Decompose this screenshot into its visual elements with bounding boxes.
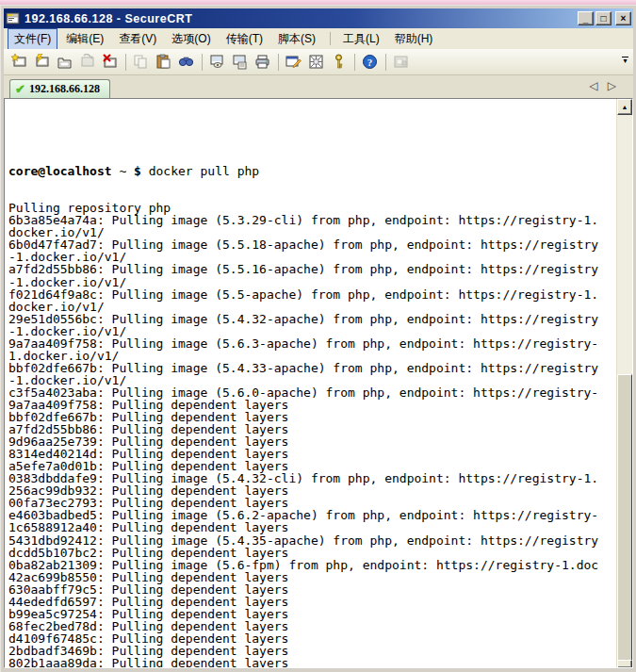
menu-separator bbox=[330, 32, 331, 45]
close-button[interactable]: × bbox=[615, 11, 631, 25]
terminal-line: -1.docker.io/v1/ bbox=[8, 325, 616, 337]
print-icon[interactable] bbox=[252, 51, 273, 73]
menu-options[interactable]: 选项(O) bbox=[165, 28, 217, 50]
minimize-button[interactable]: _ bbox=[578, 11, 594, 25]
reconnect-icon[interactable] bbox=[76, 51, 98, 73]
terminal-line: 68fec2bed78d: Pulling dependent layers bbox=[8, 620, 616, 632]
terminal-line: 0ba82ab21309: Pulling image (5.6-fpm) fr… bbox=[8, 559, 616, 571]
disconnect-icon[interactable] bbox=[99, 51, 121, 73]
terminal-line: 2bdbadf3469b: Pulling dependent layers bbox=[8, 645, 616, 657]
terminal-line: -1.docker.io/v1/ bbox=[8, 374, 616, 386]
terminal-line: 1.docker.io/v1/ bbox=[8, 350, 616, 362]
session-tab[interactable]: ✔ 192.168.66.128 bbox=[9, 79, 110, 98]
terminal-line: docker.io/v1/ bbox=[8, 301, 616, 313]
terminal-scrollbar[interactable]: ▲ bbox=[616, 99, 632, 667]
terminal-line: dcdd5b107bc2: Pulling dependent layers bbox=[8, 547, 616, 559]
terminal-line: d4109f67485c: Pulling dependent layers bbox=[8, 632, 616, 645]
window-title: 192.168.66.128 - SecureCRT bbox=[24, 12, 578, 25]
scrollbar-down-icon[interactable] bbox=[617, 660, 632, 667]
global-options-icon[interactable] bbox=[305, 51, 327, 73]
copy-icon[interactable] bbox=[130, 51, 152, 73]
terminal-line: 29e51d0556bc: Pulling image (5.4.32-apac… bbox=[8, 313, 616, 325]
prompt-symbol: $ bbox=[134, 164, 141, 178]
menu-edit[interactable]: 编辑(E) bbox=[59, 28, 110, 50]
help-icon[interactable]: ? bbox=[359, 51, 381, 73]
svg-text:?: ? bbox=[367, 57, 373, 68]
prompt-user: core@localhost bbox=[8, 164, 112, 178]
terminal-line: 5431dbd92412: Pulling image (5.4.35-apac… bbox=[8, 534, 616, 547]
tab-scroll-left-icon[interactable]: ◁ bbox=[590, 79, 608, 92]
toolbar-overflow-icon[interactable]: ▾ bbox=[621, 57, 629, 68]
terminal-line: 630aabff79c5: Pulling dependent layers bbox=[8, 583, 616, 596]
app-icon bbox=[6, 11, 21, 26]
scrollbar-thumb[interactable] bbox=[617, 374, 632, 661]
terminal-line: a7fd2d55bb86: Pulling image (5.5.16-apac… bbox=[8, 263, 616, 275]
agent-keys-icon[interactable] bbox=[328, 51, 350, 73]
toolbar: ? ▾ bbox=[4, 49, 633, 75]
session-options-icon[interactable] bbox=[283, 51, 304, 73]
connect-in-tab-icon[interactable] bbox=[54, 51, 75, 73]
paste-icon[interactable] bbox=[153, 51, 174, 73]
toolbar-separator bbox=[202, 54, 203, 71]
toolbar-separator bbox=[385, 54, 386, 71]
terminal-line: b99ea5c97254: Pulling dependent layers bbox=[8, 608, 616, 620]
terminal-line: 42ac699b8550: Pulling dependent layers bbox=[8, 571, 616, 583]
terminal-line: 1c6588912a40: Pulling dependent layers bbox=[8, 521, 616, 533]
menu-tools[interactable]: 工具(L) bbox=[336, 28, 386, 50]
menu-transfer[interactable]: 传输(T) bbox=[220, 28, 269, 50]
terminal-line: f021d64f9a8c: Pulling image (5.5-apache)… bbox=[8, 288, 616, 301]
toolbar-separator bbox=[354, 54, 355, 71]
menu-script[interactable]: 脚本(S) bbox=[271, 28, 322, 50]
menu-help[interactable]: 帮助(H) bbox=[388, 28, 440, 50]
scrollbar-up-icon[interactable]: ▲ bbox=[617, 99, 632, 115]
capture-session-icon[interactable] bbox=[206, 51, 228, 73]
prompt-line: core@localhost ~ $ docker pull php bbox=[8, 165, 616, 177]
toolbar-separator bbox=[125, 54, 126, 71]
terminal-line: 802b1aaa89da: Pulling dependent layers bbox=[8, 657, 616, 667]
toolbar-separator bbox=[278, 54, 279, 71]
terminal-line: 9a7aa409f758: Pulling image (5.6.3-apach… bbox=[8, 337, 616, 350]
log-session-icon[interactable] bbox=[229, 51, 251, 73]
tab-scroll-right-icon[interactable]: ▷ bbox=[608, 79, 626, 92]
new-session-icon[interactable] bbox=[8, 51, 30, 73]
title-bar[interactable]: 192.168.66.128 - SecureCRT _ □ × bbox=[4, 8, 633, 28]
menu-view[interactable]: 查看(V) bbox=[112, 28, 163, 50]
terminal-frame: core@localhost ~ $ docker pull php Pulli… bbox=[4, 98, 633, 668]
terminal[interactable]: core@localhost ~ $ docker pull php Pulli… bbox=[5, 99, 616, 667]
menu-file[interactable]: 文件(F) bbox=[8, 28, 57, 50]
maximize-button[interactable]: □ bbox=[595, 11, 612, 25]
menu-bar: 文件(F) 编辑(E) 查看(V) 选项(O) 传输(T) 脚本(S) 工具(L… bbox=[4, 28, 633, 49]
terminal-line: -1.docker.io/v1/ bbox=[8, 276, 616, 288]
launch-app-icon[interactable] bbox=[390, 51, 412, 73]
screen: 192.168.66.128 - SecureCRT _ □ × 文件(F) 编… bbox=[0, 0, 636, 672]
find-icon[interactable] bbox=[175, 51, 197, 73]
tab-bar: ✔ 192.168.66.128 ◁▷ bbox=[4, 75, 633, 98]
prompt-command: docker pull php bbox=[141, 164, 259, 178]
tab-scroll-arrows[interactable]: ◁▷ bbox=[590, 79, 626, 92]
terminal-output: Pulling repository php6b3a85e4a74a: Pull… bbox=[8, 202, 616, 667]
securecrt-window: 192.168.66.128 - SecureCRT _ □ × 文件(F) 编… bbox=[0, 5, 636, 672]
terminal-line: bbf02dfe667b: Pulling image (5.4.33-apac… bbox=[8, 362, 616, 374]
quick-connect-icon[interactable] bbox=[31, 51, 53, 73]
terminal-line: 44ededfd6597: Pulling dependent layers bbox=[8, 596, 616, 608]
connected-check-icon: ✔ bbox=[15, 83, 25, 95]
session-tab-label: 192.168.66.128 bbox=[29, 82, 100, 96]
